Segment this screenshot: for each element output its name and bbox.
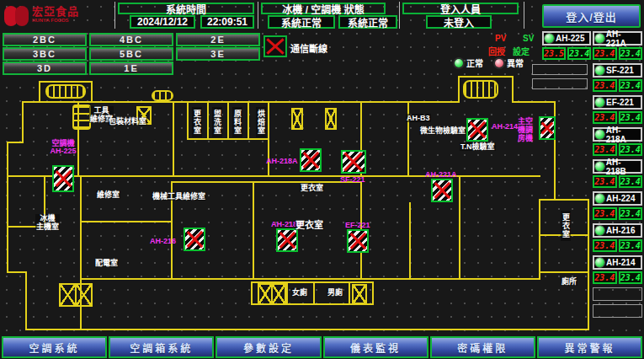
wall	[7, 142, 8, 273]
stairs-icon	[463, 80, 498, 99]
equipment-name: EF-221	[606, 98, 634, 107]
pv-value: 23.4	[593, 271, 617, 284]
legend-abnormal-label: 異常	[507, 56, 524, 69]
wall	[39, 81, 40, 103]
room-label: 配電室	[94, 259, 119, 267]
room-label: 男廁	[327, 288, 343, 297]
equipment-name: AH-221A	[606, 29, 641, 48]
equipment-ah216[interactable]: AH-216	[593, 223, 642, 238]
wall	[539, 199, 589, 201]
legend-normal: 正常	[455, 56, 483, 69]
nav-ac-system-button[interactable]: 空調系統	[2, 336, 107, 358]
room-label: 微生物檢驗室	[419, 126, 466, 135]
map-marker-ah218a[interactable]	[300, 148, 322, 172]
status-led	[595, 34, 604, 43]
map-marker-ah216[interactable]	[184, 228, 205, 251]
equipment-ah218a-values: 23.4 23.4	[593, 143, 642, 156]
wall	[171, 181, 362, 183]
empty-slot	[593, 287, 642, 301]
sv-value: 23.4	[619, 143, 643, 156]
equipment-sf221[interactable]: SF-221	[593, 63, 642, 78]
equipment-ah221a[interactable]: AH-221A	[593, 31, 642, 46]
map-marker-label: 空調機 AH-225	[44, 140, 82, 155]
wall	[7, 142, 24, 143]
sv-value: 23.4	[619, 47, 643, 60]
floor-button-5bc[interactable]: 5BC	[89, 47, 173, 61]
room-label: 更衣室	[295, 220, 324, 230]
map-marker-ah221a[interactable]	[431, 179, 453, 202]
floor-button-1e[interactable]: 1E	[89, 62, 173, 75]
floor-button-3d[interactable]: 3D	[3, 62, 87, 75]
wall	[227, 103, 229, 140]
nav-password-permission-button[interactable]: 密碼權限	[430, 336, 535, 358]
legend-abnormal: 異常	[495, 56, 524, 69]
equipment-ah218b-values: 23.4 23.4	[593, 175, 642, 188]
system-clock-value: 22:09:51	[200, 15, 254, 29]
normal-led-icon	[455, 59, 463, 67]
wall	[539, 199, 540, 280]
stairs-icon	[152, 90, 173, 101]
wall	[187, 103, 189, 140]
floor-button-4bc[interactable]: 4BC	[89, 33, 173, 46]
nav-alarm-button[interactable]: 異常警報	[537, 336, 642, 358]
floor-button-2bc[interactable]: 2BC	[3, 33, 87, 46]
equipment-ah214[interactable]: AH-214	[593, 255, 642, 270]
spiral-stairs-icon	[72, 104, 91, 130]
wall	[39, 81, 91, 83]
map-marker-ah225[interactable]	[52, 165, 74, 192]
nav-meter-monitor-button[interactable]: 儀表監視	[323, 336, 428, 358]
map-marker-ah214[interactable]	[466, 118, 488, 142]
wall	[7, 271, 27, 273]
nav-ahu-system-button[interactable]: 空調箱系統	[109, 336, 214, 358]
map-marker-ef221[interactable]	[347, 229, 369, 253]
equipment-ah224[interactable]: AH-224	[593, 191, 642, 206]
status-led	[595, 98, 604, 107]
room-label: 原料室	[232, 107, 242, 137]
map-marker-ac-room[interactable]	[539, 116, 556, 140]
brand-logo-icon	[3, 4, 29, 28]
nav-parameter-settings-button[interactable]: 參數設定	[216, 336, 321, 358]
ac-status-value: 系統正常	[338, 15, 397, 29]
map-marker-sf221[interactable]	[341, 150, 366, 174]
sv-value: 23.4	[619, 175, 643, 188]
equipment-ef221[interactable]: EF-221	[593, 95, 642, 110]
floor-button-3bc[interactable]: 3BC	[3, 47, 87, 61]
login-logout-button[interactable]: 登入/登出	[542, 4, 641, 28]
floor-button-3e[interactable]: 3E	[176, 47, 260, 61]
status-led	[595, 130, 604, 139]
wall	[588, 199, 589, 330]
wall	[268, 103, 269, 177]
map-marker-label: AH-216	[150, 238, 176, 245]
sv-value: 23.4	[619, 271, 643, 284]
equipment-name: AH-218B	[606, 158, 641, 176]
equipment-ah218b[interactable]: AH-218B	[593, 159, 642, 174]
login-user-value: 未登入	[426, 15, 492, 29]
status-led	[595, 258, 604, 267]
equipment-ah224-values: 23.4 23.4	[593, 207, 642, 220]
equipment-ah225[interactable]: AH-225	[542, 31, 591, 46]
wall	[458, 76, 460, 103]
equipment-ah218a[interactable]: AH-218A	[593, 127, 642, 142]
wall	[459, 175, 460, 280]
wall	[22, 101, 24, 143]
pv-value: 23.4	[593, 111, 617, 124]
wall	[251, 281, 253, 305]
sv-name-legend: 設定	[513, 45, 530, 57]
brand-logo: 宏亞食品 HUNYA FOODS	[3, 2, 96, 29]
pv-value: 23.4	[593, 79, 617, 92]
equipment-sf221-values: 23.4 23.4	[593, 79, 642, 92]
map-marker-ah218b[interactable]	[276, 228, 298, 252]
room-label: 更衣室	[561, 211, 571, 241]
room-label: 包裝材料室	[108, 117, 147, 126]
equipment-ah216-values: 23.4 23.4	[593, 239, 642, 252]
floor-button-2e[interactable]: 2E	[176, 33, 260, 46]
map-marker-label: SF-221	[340, 176, 365, 184]
stairs-icon	[45, 84, 86, 99]
room-label: 烘焙室	[256, 107, 266, 137]
shaft-icon	[352, 284, 367, 304]
wall	[22, 101, 460, 103]
bottom-nav-bar: 空調系統 空調箱系統 參數設定 儀表監視 密碼權限 異常警報	[0, 336, 644, 358]
equipment-ah225-values: 23.5 23.4	[542, 47, 591, 60]
wall	[80, 221, 173, 222]
empty-slot	[593, 304, 642, 318]
